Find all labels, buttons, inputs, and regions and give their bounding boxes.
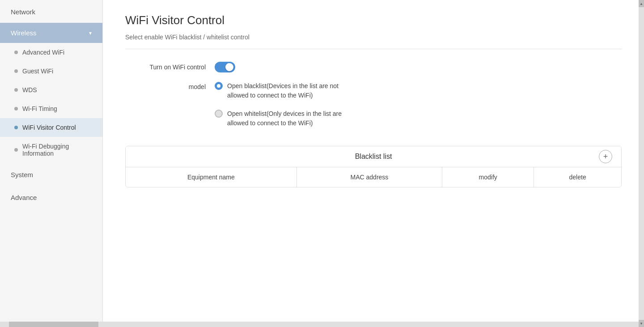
sidebar-item-wds[interactable]: WDS [0,81,102,99]
dot-icon [14,51,18,54]
page-subtitle: Select enable WiFi blacklist / whitelist… [125,34,622,49]
sidebar: Network Wireless ▾ Advanced WiFiGuest Wi… [0,0,103,327]
add-button[interactable]: + [599,150,612,163]
sidebar-item-label: Advanced WiFi [22,49,64,56]
radio-text-blacklist: Open blacklist(Devices in the list are n… [227,81,361,100]
main-content: WiFi Visitor Control Select enable WiFi … [103,0,644,327]
toggle-row: Turn on WiFi control [125,62,622,72]
sidebar-item-wi-fi-timing[interactable]: Wi-Fi Timing [0,99,102,118]
dot-icon [14,88,18,92]
sidebar-item-wi-fi-debugging[interactable]: Wi-Fi Debugging Information [0,137,102,163]
model-label: model [125,81,206,90]
sidebar-item-label: WiFi Visitor Control [22,124,76,131]
sidebar-advance-header[interactable]: Advance [0,186,102,208]
sidebar-item-label: Wi-Fi Debugging Information [22,143,92,157]
radio-circle-blacklist[interactable] [215,82,223,90]
table-head: Equipment nameMAC addressmodifydelete [126,167,621,187]
dot-icon [14,148,18,152]
sidebar-wireless-header[interactable]: Wireless ▾ [0,23,102,43]
table-header-equipment-name: Equipment name [126,167,297,187]
sidebar-item-label: Guest WiFi [22,68,53,75]
table-header-mac-address: MAC address [297,167,442,187]
radio-option-blacklist[interactable]: Open blacklist(Devices in the list are n… [215,81,361,100]
sidebar-item-label: WDS [22,86,37,93]
toggle-thumb [225,63,233,71]
wifi-control-toggle[interactable] [215,62,235,72]
scrollbar-track[interactable] [639,7,644,320]
dot-icon [14,69,18,73]
turn-on-label: Turn on WiFi control [125,62,206,71]
radio-option-whitelist[interactable]: Open whitelist(Only devices in the list … [215,109,361,128]
bottom-scrollbar-thumb [9,322,98,327]
sidebar-item-label: Wi-Fi Timing [22,105,57,112]
scroll-down-button[interactable]: ▼ [639,320,644,327]
table-header-delete: delete [534,167,621,187]
sidebar-item-guest-wifi[interactable]: Guest WiFi [0,62,102,81]
sidebar-items: Advanced WiFiGuest WiFiWDSWi-Fi TimingWi… [0,43,102,163]
bottom-scrollbar[interactable] [0,322,639,327]
sidebar-system-header[interactable]: System [0,163,102,186]
radio-options: Open blacklist(Devices in the list are n… [215,81,361,132]
scrollbar[interactable]: ▲ ▼ [639,0,644,327]
blacklist-title: Blacklist list [355,153,392,161]
dot-icon [14,126,18,129]
toggle-control [215,62,235,72]
page-title: WiFi Visitor Control [125,13,622,27]
sidebar-network-header[interactable]: Network [0,0,102,23]
model-row: model Open blacklist(Devices in the list… [125,81,622,132]
table-header-modify: modify [442,167,534,187]
sidebar-item-wifi-visitor-control[interactable]: WiFi Visitor Control [0,118,102,137]
blacklist-header: Blacklist list + [126,146,621,167]
chevron-down-icon: ▾ [89,30,92,36]
dot-icon [14,107,18,110]
sidebar-item-advanced-wifi[interactable]: Advanced WiFi [0,43,102,62]
scroll-up-button[interactable]: ▲ [639,0,644,7]
sidebar-wireless-label: Wireless [11,29,37,37]
blacklist-table: Equipment nameMAC addressmodifydelete [126,167,621,187]
blacklist-container: Blacklist list + Equipment nameMAC addre… [125,146,622,187]
form-section: Turn on WiFi control model Open blacklis… [125,62,622,132]
radio-text-whitelist: Open whitelist(Only devices in the list … [227,109,361,128]
radio-circle-whitelist[interactable] [215,110,223,118]
